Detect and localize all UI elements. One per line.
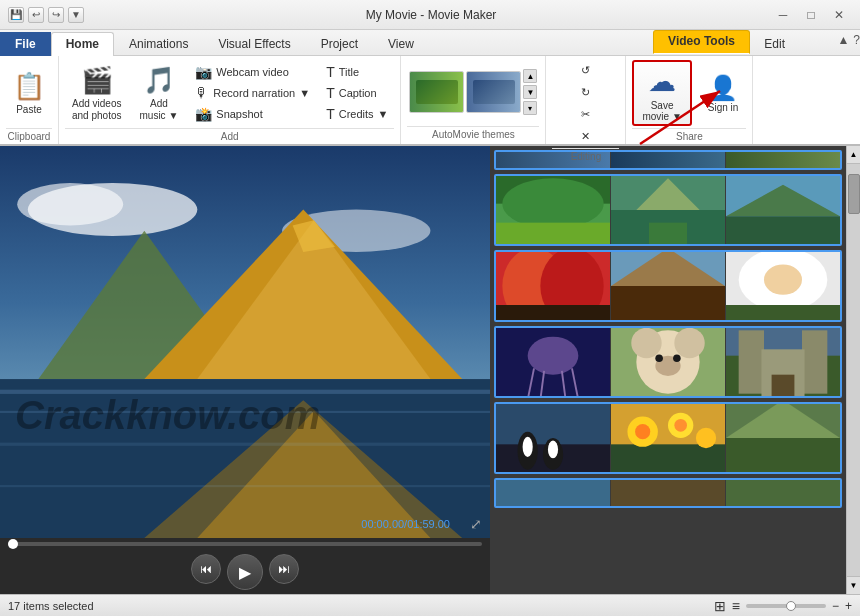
svg-point-53 <box>655 354 663 362</box>
svg-rect-57 <box>739 330 764 393</box>
zoom-in-button[interactable]: + <box>845 599 852 613</box>
zoom-out-button[interactable]: − <box>832 599 839 613</box>
save-movie-icon: ☁ <box>648 65 676 98</box>
theme-thumb-1[interactable] <box>409 71 464 113</box>
storyboard-view-button[interactable]: ⊞ <box>714 598 726 614</box>
film-cell <box>496 480 610 506</box>
tab-home[interactable]: Home <box>51 32 114 56</box>
main-content: 00:00.00/01:59.00 ⤢ Crackknow.com ⏮ ▶ ⏭ <box>0 146 860 594</box>
svg-rect-13 <box>0 390 490 394</box>
film-cell <box>611 152 725 168</box>
ribbon: 📋 Paste Clipboard 🎬 Add videosand photos… <box>0 56 860 146</box>
svg-rect-24 <box>649 223 687 244</box>
film-cell-3-3 <box>726 328 840 396</box>
dropdown-icon[interactable]: ▼ <box>68 7 84 23</box>
film-cell-4-1 <box>496 404 610 472</box>
scroll-track <box>847 164 860 576</box>
undo-icon[interactable]: ↩ <box>28 7 44 23</box>
title-button[interactable]: T Title <box>320 62 394 82</box>
scroll-down-button[interactable]: ▼ <box>847 576 860 594</box>
filmstrip-row-3[interactable] <box>494 326 842 398</box>
zoom-thumb[interactable] <box>786 601 796 611</box>
film-cell-3-2 <box>611 328 725 396</box>
timeline-view-button[interactable]: ≡ <box>732 598 740 614</box>
filmstrip-row-bottom[interactable] <box>494 478 842 508</box>
filmstrip-row-4[interactable] <box>494 402 842 474</box>
microphone-icon: 🎙 <box>195 85 209 101</box>
paste-icon: 📋 <box>13 71 45 102</box>
rotate-left-button[interactable]: ↺ <box>575 60 596 80</box>
ribbon-collapse-button[interactable]: ▲ <box>837 33 849 47</box>
rotate-right-button[interactable]: ↻ <box>575 82 596 102</box>
ribbon-group-add: 🎬 Add videosand photos 🎵 Addmusic ▼ 📷 We… <box>59 56 401 144</box>
credits-button[interactable]: T Credits ▼ <box>320 104 394 124</box>
svg-point-68 <box>548 441 558 459</box>
add-videos-button[interactable]: 🎬 Add videosand photos <box>65 60 129 126</box>
help-button[interactable]: ? <box>853 33 860 47</box>
filmstrip[interactable] <box>490 146 846 594</box>
svg-rect-36 <box>611 286 725 320</box>
add-music-button[interactable]: 🎵 Addmusic ▼ <box>133 60 186 126</box>
tab-visual-effects[interactable]: Visual Effects <box>203 32 305 56</box>
title-caption-col: T Title T Caption T Credits ▼ <box>320 62 394 124</box>
minimize-button[interactable]: ─ <box>770 5 796 25</box>
svg-rect-47 <box>496 328 610 396</box>
record-narration-button[interactable]: 🎙 Record narration ▼ <box>189 83 316 103</box>
title-bar: 💾 ↩ ↪ ▼ My Movie - Movie Maker ─ □ ✕ <box>0 0 860 30</box>
redo-icon[interactable]: ↪ <box>48 7 64 23</box>
theme-prev-button[interactable]: ▲ <box>523 69 537 83</box>
trim-button[interactable]: ✂ <box>575 104 596 124</box>
save-movie-button[interactable]: ☁ Savemovie ▼ <box>632 60 691 126</box>
close-button[interactable]: ✕ <box>826 5 852 25</box>
film-cell-2-1 <box>496 252 610 320</box>
theme-navigation: ▲ ▼ ▾ <box>523 69 537 115</box>
zoom-slider[interactable] <box>746 604 826 608</box>
sign-in-button[interactable]: 👤 Sign in <box>700 60 747 126</box>
rotate-right-icon: ↻ <box>581 86 590 99</box>
film-cell <box>726 480 840 506</box>
tab-edit[interactable]: Edit <box>749 32 800 56</box>
expand-button[interactable]: ⤢ <box>470 516 482 532</box>
filmstrip-row-1[interactable] <box>494 174 842 246</box>
theme-thumb-2[interactable] <box>466 71 521 113</box>
webcam-button[interactable]: 📷 Webcam video <box>189 62 316 82</box>
theme-next-button[interactable]: ▼ <box>523 85 537 99</box>
title-icon: T <box>326 64 335 80</box>
tab-animations[interactable]: Animations <box>114 32 203 56</box>
scroll-thumb[interactable] <box>848 174 860 214</box>
add-music-icon: 🎵 <box>143 65 175 96</box>
seek-bar[interactable] <box>8 542 482 546</box>
seek-thumb[interactable] <box>8 539 18 549</box>
svg-rect-27 <box>726 216 840 244</box>
tab-project[interactable]: Project <box>306 32 373 56</box>
filmstrip-row-2[interactable] <box>494 250 842 322</box>
save-movie-label: Savemovie ▼ <box>642 100 681 122</box>
rewind-button[interactable]: ⏮ <box>191 554 221 584</box>
svg-rect-20 <box>496 223 610 244</box>
filmstrip-row-top[interactable] <box>494 150 842 170</box>
svg-point-39 <box>764 264 802 294</box>
fast-forward-button[interactable]: ⏭ <box>269 554 299 584</box>
theme-expand-button[interactable]: ▾ <box>523 101 537 115</box>
paste-button[interactable]: 📋 Paste <box>6 60 52 126</box>
playback-controls: ⏮ ▶ ⏭ <box>0 550 490 594</box>
automovie-label: AutoMovie themes <box>407 126 539 140</box>
film-cell-2-2 <box>611 252 725 320</box>
tab-video-tools[interactable]: Video Tools <box>653 30 750 54</box>
save-icon[interactable]: 💾 <box>8 7 24 23</box>
snapshot-button[interactable]: 📸 Snapshot <box>189 104 316 124</box>
maximize-button[interactable]: □ <box>798 5 824 25</box>
remove-button[interactable]: ✕ <box>575 126 596 146</box>
webcam-narration-col: 📷 Webcam video 🎙 Record narration ▼ 📸 Sn… <box>189 62 316 124</box>
scroll-up-button[interactable]: ▲ <box>847 146 860 164</box>
tab-view[interactable]: View <box>373 32 429 56</box>
filmstrip-scrollbar[interactable]: ▲ ▼ <box>846 146 860 594</box>
tab-file[interactable]: File <box>0 32 51 56</box>
film-cell <box>611 480 725 506</box>
caption-button[interactable]: T Caption <box>320 83 394 103</box>
add-music-label: Addmusic ▼ <box>140 98 179 122</box>
video-time-display: 00:00.00/01:59.00 <box>361 518 450 530</box>
credits-icon: T <box>326 106 335 122</box>
play-button[interactable]: ▶ <box>227 554 263 590</box>
remove-icon: ✕ <box>581 130 590 143</box>
